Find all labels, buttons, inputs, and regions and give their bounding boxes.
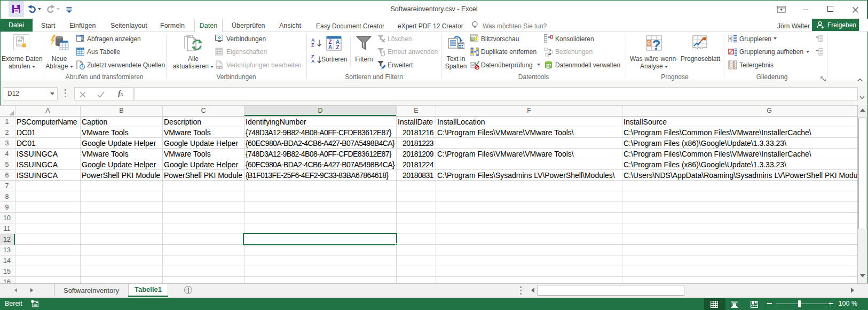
svg-text:?: ? [652,37,661,52]
svg-text:A: A [328,44,333,50]
svg-text:Z: Z [336,44,340,50]
